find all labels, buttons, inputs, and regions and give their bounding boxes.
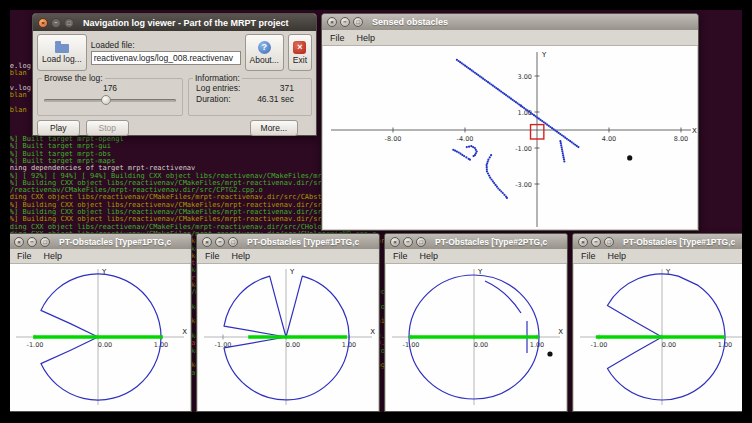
svg-text:-1.00: -1.00 [215, 341, 232, 349]
pt-titlebar[interactable]: × − □ PT-Obstacles [Type#2PTG,c [385, 234, 567, 249]
menu-file[interactable]: File [576, 251, 601, 261]
window-title: PT-Obstacles [Type#1PTG,c [247, 237, 359, 247]
menu-help[interactable]: Help [415, 251, 444, 261]
sensed-plot-area: -8.00-4.004.008.003.001.00-1.00-3.00XY [323, 46, 697, 229]
play-button[interactable]: Play [37, 120, 80, 136]
maximize-icon[interactable]: □ [604, 237, 614, 247]
browse-log-group: Browse the log: 176 [37, 73, 183, 116]
menu-help[interactable]: Help [227, 251, 256, 261]
about-label: About... [250, 55, 279, 65]
letterbox-right [742, 0, 752, 423]
svg-text:0.00: 0.00 [286, 341, 300, 349]
navlog-body: Load log... Loaded file: ? About... × Ex… [33, 31, 316, 140]
pt-plot-area: -1.000.001.00XY [198, 264, 378, 411]
minimize-icon[interactable]: − [591, 237, 601, 247]
more-button[interactable]: More... [250, 120, 298, 136]
maximize-icon[interactable]: □ [353, 17, 363, 27]
letterbox-left [0, 0, 10, 423]
stop-button[interactable]: Stop [86, 120, 130, 136]
pt-menubar: FileHelp [197, 249, 379, 264]
svg-text:0.00: 0.00 [662, 341, 676, 349]
pt-titlebar[interactable]: × − □ PT-Obstacles [Type#1PTG,c [9, 234, 191, 249]
menu-help[interactable]: Help [39, 251, 68, 261]
pt-titlebar[interactable]: × − □ PT-Obstacles [Type#1PTG,c [197, 234, 379, 249]
minimize-icon[interactable]: − [215, 237, 225, 247]
pt-plot-area: -1.000.001.00XY [574, 264, 752, 411]
svg-text:X: X [692, 127, 697, 135]
letterbox-top [0, 0, 752, 10]
question-icon: ? [258, 41, 271, 54]
close-icon[interactable]: × [327, 17, 337, 27]
loaded-file-input[interactable] [91, 51, 241, 65]
exit-label: Exit [293, 55, 307, 65]
close-icon[interactable]: × [14, 237, 24, 247]
svg-text:-1.00: -1.00 [591, 341, 608, 349]
browse-log-legend: Browse the log: [42, 73, 105, 83]
information-group: Information: Log entries: 371 Duration: … [188, 73, 312, 116]
menu-file[interactable]: File [325, 33, 350, 43]
svg-text:8.00: 8.00 [674, 135, 688, 143]
pt-plot-canvas: -1.000.001.00XY [574, 264, 752, 410]
minimize-icon[interactable]: − [51, 18, 61, 28]
about-button[interactable]: ? About... [245, 34, 284, 71]
maximize-icon[interactable]: □ [40, 237, 50, 247]
pt-obstacles-window: × − □ PT-Obstacles [Type#2PTG,c FileHelp… [384, 233, 568, 412]
log-position-slider[interactable] [44, 94, 176, 107]
window-title: Sensed obstacles [372, 17, 448, 27]
exit-button[interactable]: × Exit [288, 34, 312, 71]
pt-menubar: FileHelp [9, 249, 191, 264]
pt-titlebar[interactable]: × − □ PT-Obstacles [Type#1PTG,c [573, 234, 752, 249]
pt-obstacles-window: × − □ PT-Obstacles [Type#1PTG,c FileHelp… [196, 233, 380, 412]
svg-text:1.00: 1.00 [530, 341, 544, 349]
svg-text:-1.00: -1.00 [27, 341, 44, 349]
maximize-icon[interactable]: □ [228, 237, 238, 247]
screen: ctive.lognav blannav v.lognav blannav bl… [0, 0, 752, 423]
minimize-icon[interactable]: − [403, 237, 413, 247]
svg-text:Y: Y [541, 51, 547, 59]
load-log-label: Load log... [42, 54, 82, 64]
close-icon[interactable]: × [202, 237, 212, 247]
pt-obstacles-window: × − □ PT-Obstacles [Type#1PTG,c FileHelp… [8, 233, 192, 412]
maximize-icon[interactable]: □ [416, 237, 426, 247]
load-log-button[interactable]: Load log... [37, 34, 87, 71]
close-icon[interactable]: × [390, 237, 400, 247]
minimize-icon[interactable]: − [340, 17, 350, 27]
close-icon[interactable]: × [38, 18, 48, 28]
minimize-icon[interactable]: − [27, 237, 37, 247]
pt-plot-canvas: -1.000.001.00XY [386, 264, 566, 410]
menu-file[interactable]: File [388, 251, 413, 261]
sensed-menubar: File Help [322, 30, 698, 46]
pt-menubar: FileHelp [385, 249, 567, 264]
pt-plot-canvas: -1.000.001.00XY [198, 264, 378, 410]
menu-file[interactable]: File [12, 251, 37, 261]
pt-plot-area: -1.000.001.00XY [386, 264, 566, 411]
window-title: PT-Obstacles [Type#2PTG,c [435, 237, 547, 247]
folder-icon [55, 44, 69, 53]
pt-menubar: FileHelp [573, 249, 752, 264]
pt-plot-canvas: -1.000.001.00XY [10, 264, 190, 410]
window-title: PT-Obstacles [Type#1PTG,c [59, 237, 171, 247]
svg-text:X: X [182, 328, 187, 336]
navlog-viewer-window: × − □ Navigation log viewer - Part of th… [32, 13, 317, 136]
svg-text:0.00: 0.00 [98, 341, 112, 349]
maximize-icon[interactable]: □ [64, 18, 74, 28]
log-entries-value: 371 [280, 83, 294, 94]
svg-text:X: X [558, 328, 563, 336]
slider-handle[interactable] [101, 95, 111, 105]
svg-text:Y: Y [289, 268, 295, 276]
log-entries-label: Log entries: [196, 83, 240, 94]
pt-obstacles-row: × − □ PT-Obstacles [Type#1PTG,c FileHelp… [0, 233, 752, 412]
close-icon[interactable]: × [578, 237, 588, 247]
duration-value: 46.31 sec [257, 94, 294, 105]
svg-text:X: X [370, 328, 375, 336]
menu-file[interactable]: File [200, 251, 225, 261]
information-legend: Information: [193, 73, 242, 83]
sensed-titlebar[interactable]: × − □ Sensed obstacles [322, 14, 698, 30]
svg-text:0.00: 0.00 [474, 341, 488, 349]
navlog-titlebar[interactable]: × − □ Navigation log viewer - Part of th… [33, 14, 316, 31]
pt-obstacles-window: × − □ PT-Obstacles [Type#1PTG,c FileHelp… [572, 233, 752, 412]
loaded-file-label: Loaded file: [91, 40, 241, 50]
menu-help[interactable]: Help [603, 251, 632, 261]
menu-help[interactable]: Help [352, 33, 381, 43]
sensed-obstacles-window: × − □ Sensed obstacles File Help -8.00-4… [321, 13, 699, 231]
